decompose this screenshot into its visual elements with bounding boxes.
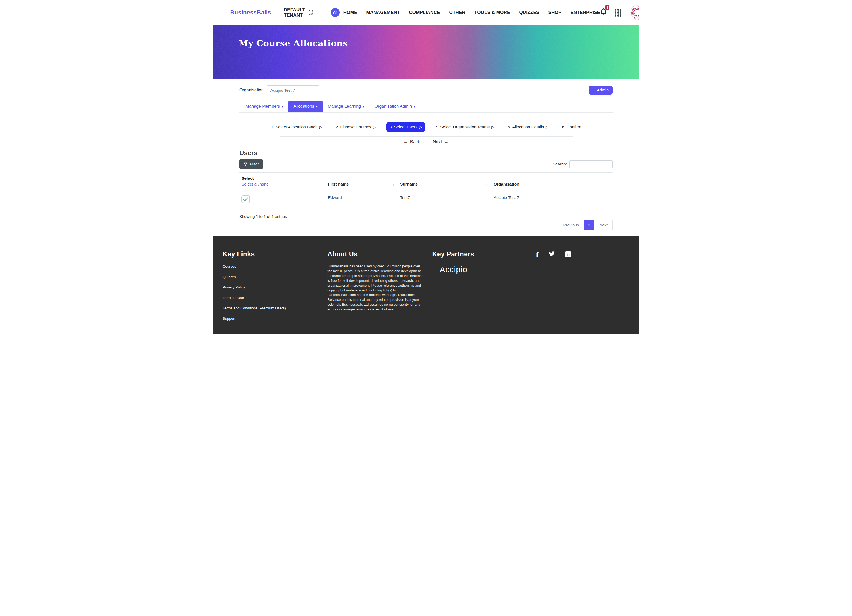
tab-manage-learning[interactable]: Manage Learning▾ bbox=[323, 101, 369, 112]
linkedin-icon[interactable]: in bbox=[565, 251, 571, 326]
table-row: Edward Test7 Accipio Test 7 bbox=[239, 189, 613, 211]
row-checkbox-checked[interactable] bbox=[242, 195, 250, 204]
step-triangle-icon: ▷ bbox=[319, 125, 322, 129]
users-heading: Users bbox=[239, 149, 613, 157]
footer-link-privacy-policy[interactable]: Privacy Policy bbox=[223, 285, 245, 289]
organisation-label: Organisation bbox=[239, 88, 264, 92]
footer-link-quizzes[interactable]: Quizzes bbox=[223, 275, 236, 279]
nav-item-quizzes[interactable]: QUIZZES bbox=[519, 10, 539, 15]
next-arrow-icon: → bbox=[444, 139, 449, 144]
chevron-down-icon: ▾ bbox=[363, 105, 364, 109]
search-input[interactable] bbox=[570, 160, 613, 168]
admin-tabs: Manage Members▾ Allocations▾ Manage Lear… bbox=[239, 101, 613, 113]
funnel-icon bbox=[243, 162, 248, 166]
tab-organisation-admin[interactable]: Organisation Admin▾ bbox=[369, 101, 420, 112]
notification-badge: 1 bbox=[605, 5, 609, 10]
tab-manage-members[interactable]: Manage Members▾ bbox=[240, 101, 288, 112]
cell-first-name: Edward bbox=[326, 189, 398, 211]
step-confirm[interactable]: 6. Confirm bbox=[559, 122, 585, 132]
select-all-none-link[interactable]: Select all/none bbox=[242, 182, 269, 186]
step-triangle-icon: ▷ bbox=[545, 125, 548, 129]
facebook-icon[interactable]: f bbox=[536, 251, 539, 326]
footer-link-terms-and-conditions[interactable]: Terms and Conditions (Premium Users) bbox=[223, 306, 286, 310]
tenant-arrow-icon: → bbox=[308, 10, 313, 15]
main-nav: HOME MANAGEMENT COMPLIANCE OTHER TOOLS &… bbox=[343, 10, 600, 15]
pagination-next-button[interactable]: Next bbox=[594, 220, 613, 230]
tenant-switcher[interactable]: DEFAULT TENANT → bbox=[284, 7, 313, 18]
nav-item-management[interactable]: MANAGEMENT bbox=[366, 10, 400, 15]
admin-missing-glyph-icon bbox=[592, 88, 595, 92]
apps-grid-icon[interactable] bbox=[615, 9, 621, 17]
footer-link-support[interactable]: Support bbox=[223, 317, 235, 320]
footer-link-terms-of-use[interactable]: Terms of Use bbox=[223, 296, 244, 300]
about-us-text: Businessballs has been used by over 120 … bbox=[328, 264, 423, 312]
step-select-organisation-teams[interactable]: 4. Select Organisation Teams▷ bbox=[432, 122, 497, 132]
sort-icon[interactable]: ↑↓ bbox=[607, 183, 610, 187]
filter-button[interactable]: Filter bbox=[239, 159, 263, 169]
steps-divider bbox=[280, 136, 573, 137]
step-triangle-icon: ▷ bbox=[373, 125, 376, 129]
step-choose-courses[interactable]: 2. Choose Courses▷ bbox=[332, 122, 379, 132]
chevron-down-icon: ▾ bbox=[316, 105, 318, 109]
organisation-toolbar: Organisation Admin bbox=[239, 85, 613, 95]
nav-item-enterprise[interactable]: ENTERPRISE bbox=[571, 10, 600, 15]
pagination-page-1-button[interactable]: 1 bbox=[584, 220, 594, 230]
nav-item-home[interactable]: HOME bbox=[343, 10, 357, 15]
sort-icon-ascending[interactable]: ↑↓ bbox=[392, 183, 395, 187]
cell-surname: Test7 bbox=[398, 189, 491, 211]
organisation-input[interactable] bbox=[267, 85, 319, 95]
hero-noise-texture bbox=[213, 25, 639, 79]
notifications-button[interactable]: 1 bbox=[600, 8, 607, 17]
cell-organisation: Accipio Test 7 bbox=[491, 189, 613, 211]
next-button[interactable]: Next → bbox=[433, 139, 449, 144]
select-column-header: Select bbox=[242, 176, 269, 181]
accipio-partner-logo[interactable]: Accipio bbox=[440, 265, 529, 274]
page-title: My Course Allocations bbox=[239, 38, 348, 48]
step-allocation-details[interactable]: 5. Allocation Details▷ bbox=[505, 122, 552, 132]
chevron-down-icon: ▾ bbox=[282, 105, 284, 109]
home-circle-icon[interactable] bbox=[331, 8, 340, 17]
user-avatar[interactable] bbox=[629, 5, 639, 20]
table-info: Showing 1 to 1 of 1 entries bbox=[239, 214, 613, 219]
users-table: Select Select all/none ↑↓ First name ↑↓ … bbox=[239, 172, 613, 211]
step-triangle-icon: ▷ bbox=[419, 125, 422, 129]
first-name-column-header[interactable]: First name bbox=[328, 182, 349, 187]
sort-icon[interactable]: ↑↓ bbox=[486, 183, 489, 187]
key-links-heading: Key Links bbox=[223, 250, 328, 258]
pagination-previous-button[interactable]: Previous bbox=[558, 220, 584, 230]
key-partners-heading: Key Partners bbox=[432, 250, 529, 258]
page-footer: Key Links Courses Quizzes Privacy Policy… bbox=[213, 236, 639, 334]
admin-button[interactable]: Admin bbox=[589, 86, 613, 95]
footer-link-courses[interactable]: Courses bbox=[223, 264, 236, 269]
step-select-users[interactable]: 3. Select Users▷ bbox=[386, 122, 425, 132]
hero-banner: My Course Allocations bbox=[213, 25, 639, 79]
back-arrow-icon: ← bbox=[403, 139, 408, 144]
nav-item-tools-more[interactable]: TOOLS & MORE bbox=[474, 10, 510, 15]
sort-icon[interactable]: ↑↓ bbox=[320, 183, 323, 187]
back-button[interactable]: ← Back bbox=[403, 139, 420, 144]
chevron-down-icon: ▾ bbox=[414, 105, 415, 109]
pagination: Previous 1 Next bbox=[239, 220, 613, 236]
step-select-allocation-batch[interactable]: 1. Select Allocation Batch▷ bbox=[268, 122, 325, 132]
organisation-column-header[interactable]: Organisation bbox=[494, 182, 519, 187]
nav-item-shop[interactable]: SHOP bbox=[548, 10, 562, 15]
step-triangle-icon: ▷ bbox=[491, 125, 494, 129]
surname-column-header[interactable]: Surname bbox=[400, 182, 418, 187]
checkmark-icon bbox=[243, 197, 248, 201]
tenant-label: DEFAULT TENANT bbox=[284, 7, 307, 18]
twitter-icon[interactable] bbox=[548, 251, 556, 326]
allocation-wizard-steps: 1. Select Allocation Batch▷ 2. Choose Co… bbox=[239, 122, 613, 132]
about-us-heading: About Us bbox=[328, 250, 432, 258]
tab-allocations[interactable]: Allocations▾ bbox=[288, 101, 323, 112]
top-navbar: BusinessBalls DEFAULT TENANT → HOME MANA… bbox=[213, 0, 639, 25]
nav-item-other[interactable]: OTHER bbox=[449, 10, 465, 15]
businessballs-logo[interactable]: BusinessBalls bbox=[230, 9, 271, 16]
house-icon bbox=[333, 10, 338, 15]
nav-item-compliance[interactable]: COMPLIANCE bbox=[409, 10, 440, 15]
search-label: Search: bbox=[553, 162, 567, 166]
